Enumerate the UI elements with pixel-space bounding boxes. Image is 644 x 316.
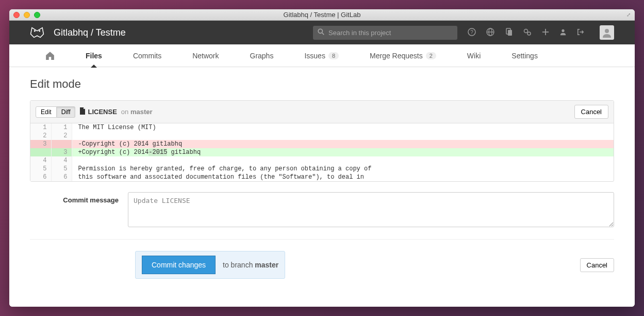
mr-count: 2 (426, 52, 436, 59)
svg-point-1 (39, 30, 40, 31)
window-minimize-button[interactable] (24, 12, 30, 18)
svg-point-2 (318, 29, 322, 33)
cancel-button-bottom[interactable]: Cancel (580, 258, 614, 272)
commit-message-input[interactable] (128, 192, 614, 227)
file-name: LICENSE (88, 108, 117, 116)
expand-icon[interactable]: ⤢ (626, 12, 631, 18)
commit-message-label: Commit message (30, 192, 128, 229)
issues-count: 8 (328, 52, 339, 59)
window-zoom-button[interactable] (34, 12, 40, 18)
diff-mode-button[interactable]: Diff (57, 106, 76, 118)
diff-row: 11The MIT License (MIT) (30, 123, 614, 132)
tab-network[interactable]: Network (177, 44, 234, 67)
globe-icon[interactable] (486, 28, 494, 38)
diff-panel: Edit Diff LICENSE on master Cancel 11The… (30, 100, 614, 182)
svg-point-11 (524, 29, 528, 33)
user-icon[interactable] (559, 28, 567, 37)
tab-graphs[interactable]: Graphs (235, 44, 289, 67)
logo[interactable] (30, 25, 44, 40)
plus-icon[interactable] (542, 28, 549, 37)
diff-row: 66this software and associated documenta… (30, 173, 614, 181)
svg-text:?: ? (470, 29, 473, 35)
file-icon (79, 107, 86, 116)
on-branch-label: on master (121, 108, 153, 116)
edit-mode-button[interactable]: Edit (36, 106, 57, 118)
commit-changes-button[interactable]: Commit changes (142, 256, 216, 274)
window-titlebar: Gitlabhq / Testme | GitLab ⤢ (9, 9, 635, 21)
svg-line-3 (322, 33, 324, 35)
search-input[interactable] (313, 26, 457, 40)
topbar: Gitlabhq / Testme ? (9, 21, 635, 44)
window-close-button[interactable] (13, 12, 20, 18)
tab-merge-requests[interactable]: Merge Requests2 (354, 44, 452, 67)
copy-icon[interactable] (505, 28, 513, 38)
help-icon[interactable]: ? (468, 28, 476, 38)
cancel-button-top[interactable]: Cancel (574, 105, 608, 119)
page-title: Edit mode (30, 77, 614, 91)
svg-rect-14 (542, 31, 549, 33)
diff-row: 3+Copyright (c) 2014-2015 gitlabhq (30, 148, 614, 156)
tab-files[interactable]: Files (70, 44, 118, 67)
search-icon (318, 28, 324, 37)
svg-rect-10 (508, 30, 512, 36)
gears-icon[interactable] (523, 28, 532, 38)
tab-issues[interactable]: Issues8 (289, 44, 354, 67)
svg-point-15 (562, 29, 564, 31)
diff-row: 55Permission is hereby granted, free of … (30, 165, 614, 173)
svg-point-0 (34, 30, 36, 31)
svg-point-12 (527, 32, 531, 35)
breadcrumb[interactable]: Gitlabhq / Testme (54, 27, 126, 38)
tab-settings[interactable]: Settings (496, 44, 553, 67)
nav-tabs: Files Commits Network Graphs Issues8 Mer… (9, 44, 635, 67)
tab-commits[interactable]: Commits (118, 44, 177, 67)
tab-wiki[interactable]: Wiki (452, 44, 496, 67)
window-title: Gitlabhq / Testme | GitLab (284, 11, 361, 19)
diff-table: 11The MIT License (MIT)223-Copyright (c)… (30, 123, 614, 181)
diff-row: 22 (30, 132, 614, 140)
to-branch-label: to branch master (223, 261, 278, 269)
signout-icon[interactable] (577, 28, 584, 37)
tab-home[interactable] (30, 44, 70, 67)
svg-point-16 (605, 29, 609, 33)
avatar[interactable] (600, 25, 614, 40)
diff-row: 3-Copyright (c) 2014 gitlabhq (30, 140, 614, 148)
diff-row: 44 (30, 156, 614, 165)
